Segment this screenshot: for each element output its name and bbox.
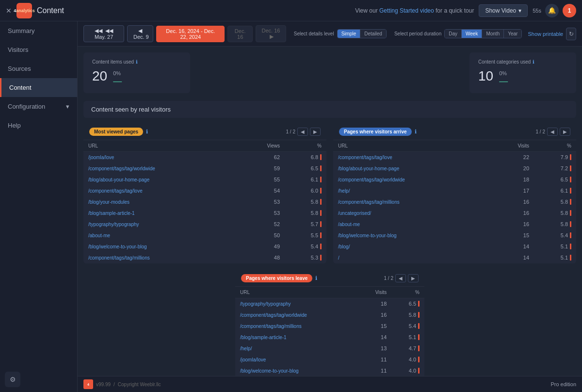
url-cell[interactable]: / (333, 252, 490, 263)
sidebar-item-visitors[interactable]: Visitors (0, 40, 77, 59)
refresh-button[interactable]: ↻ (566, 28, 576, 40)
table-row: /blog/sample-article-1 14 5.1 (235, 332, 424, 343)
close-button[interactable]: ✕ (6, 7, 12, 15)
url-cell[interactable]: /blog/sample-article-1 (235, 332, 357, 343)
visitors-arrive-prev-button[interactable]: ◀ (547, 128, 558, 136)
url-cell[interactable]: /about-me (83, 230, 239, 241)
sidebar-item-summary[interactable]: Summary (0, 21, 77, 40)
level-simple-button[interactable]: Simple (338, 30, 361, 38)
visitors-leave-info-icon[interactable]: ℹ (315, 275, 317, 281)
sidebar-item-content[interactable]: Content (0, 78, 77, 97)
views-cell: 55 (239, 174, 285, 185)
url-cell[interactable]: /component/tags/tag/worldwide (235, 310, 357, 321)
visits-cell: 18 (490, 174, 534, 185)
visitors-leave-next-button[interactable]: ▶ (408, 274, 419, 282)
pct-cell: 5.8 (534, 219, 576, 230)
url-cell[interactable]: /blog/welcome-to-your-blog (235, 365, 357, 376)
logo: 4analytics (16, 3, 32, 18)
nav-back-button[interactable]: ◀◀ ◀◀ May. 27 (83, 25, 124, 42)
period-month-button[interactable]: Month (482, 30, 504, 38)
most-viewed-info-icon[interactable]: ℹ (146, 129, 148, 135)
url-cell[interactable]: /help/ (333, 185, 490, 196)
url-cell[interactable]: /blog/your-modules (83, 196, 239, 208)
pct-cell: 5.4 (534, 230, 576, 241)
url-cell[interactable]: /help/ (235, 343, 357, 354)
visitors-leave-prev-button[interactable]: ◀ (395, 274, 406, 282)
pct-cell: 7.9 (534, 152, 576, 163)
visits-cell: 16 (490, 219, 534, 230)
sidebar-item-sources[interactable]: Sources (0, 59, 77, 78)
getting-started-link[interactable]: Getting Started video (379, 7, 434, 14)
most-viewed-prev-button[interactable]: ◀ (297, 128, 308, 136)
sidebar-item-configuration[interactable]: Configuration ▾ (0, 97, 77, 116)
visits-cell: 18 (357, 298, 391, 310)
visits-cell: 11 (357, 365, 391, 376)
url-cell[interactable]: /uncategorised/ (333, 208, 490, 219)
show-printable-button[interactable]: Show printable (528, 31, 563, 37)
url-cell[interactable]: /typography/typography (235, 298, 357, 310)
visitors-arrive-info-icon[interactable]: ℹ (415, 129, 417, 135)
user-avatar[interactable]: 1 (563, 4, 576, 17)
date-range-button[interactable]: Dec. 16, 2024 - Dec. 22, 2024 (156, 26, 225, 42)
url-cell[interactable]: /component/tags/tag/worldwide (83, 163, 239, 174)
tables-row: Most viewed pages ℹ 1 / 2 ◀ ▶ UR (83, 124, 576, 263)
visitors-arrive-next-button[interactable]: ▶ (560, 128, 570, 136)
url-cell[interactable]: /blog/welcome-to-your-blog (333, 230, 490, 241)
sidebar-item-help[interactable]: Help (0, 116, 77, 135)
period-day-button[interactable]: Day (445, 30, 462, 38)
settings-gear-button[interactable]: ⚙ (5, 372, 20, 387)
url-cell[interactable]: /typography/typography (83, 219, 239, 230)
pct-cell: 4.7 (391, 343, 424, 354)
timer-badge: 55s (533, 8, 541, 14)
visitors-leave-panel: Pages where visitors leave ℹ 1 / 2 ◀ ▶ (235, 270, 424, 376)
visitors-arrive-header: Pages where visitors arrive ℹ 1 / 2 ◀ ▶ (333, 124, 576, 140)
subnav: ◀◀ ◀◀ May. 27 ◀ Dec. 9 Dec. 16, 2024 - D… (78, 21, 582, 47)
table-row: /blog/your-modules 53 5.8 (83, 196, 326, 208)
nav-prev-button[interactable]: ◀ Dec. 9 (127, 25, 153, 42)
url-cell[interactable]: /blog/about-your-home-page (333, 163, 490, 174)
period-year-button[interactable]: Year (504, 30, 521, 38)
sidebar-item-label: Visitors (8, 46, 28, 53)
visits-cell: 11 (357, 354, 391, 365)
level-detailed-button[interactable]: Detailed (360, 30, 386, 38)
pct-cell: 5.8 (285, 196, 326, 208)
url-cell[interactable]: /component/tags/tag/millions (235, 321, 357, 332)
nav-next-date2-button[interactable]: Dec. 16 ▶ (256, 25, 286, 42)
url-cell[interactable]: /component/tags/tag/love (83, 185, 239, 196)
notifications-button[interactable]: 🔔 (545, 4, 559, 17)
url-cell[interactable]: /blog/about-your-home-page (83, 174, 239, 185)
visits-cell: 15 (490, 230, 534, 241)
topbar: ✕ 4analytics Content View our Getting St… (0, 0, 582, 21)
stat-categories-info-icon[interactable]: ℹ (533, 59, 534, 65)
url-cell[interactable]: /component/tags/tag/millions (83, 252, 239, 263)
url-cell[interactable]: /blog/sample-article-1 (83, 208, 239, 219)
bar-indicator (320, 210, 322, 216)
period-week-button[interactable]: Week (462, 30, 482, 38)
stat-categories-label: Content categories used ℹ (478, 59, 567, 65)
table-row: /blog/sample-article-1 53 5.8 (83, 208, 326, 219)
level-group: Simple Detailed (337, 29, 387, 38)
url-cell[interactable]: /about-me (333, 219, 490, 230)
stat-items-info-icon[interactable]: ℹ (136, 59, 138, 65)
show-video-button[interactable]: Show Video (479, 4, 528, 17)
url-cell[interactable]: /component/tags/tag/worldwide (333, 174, 490, 185)
url-cell[interactable]: /joomla/love (235, 354, 357, 365)
url-cell[interactable]: /component/tags/tag/love (333, 152, 490, 163)
nav-next-date-button[interactable]: Dec. 16 (227, 26, 253, 42)
bar-indicator (418, 301, 420, 307)
pct-cell: 5.8 (391, 310, 424, 321)
table-row: /component/tags/tag/worldwide 59 6.5 (83, 163, 326, 174)
url-cell[interactable]: /component/tags/tag/millions (333, 196, 490, 208)
most-viewed-next-button[interactable]: ▶ (310, 128, 321, 136)
views-cell: 53 (239, 196, 285, 208)
url-cell[interactable]: /joomla/love (83, 152, 239, 163)
url-cell[interactable]: /blog/welcome-to-your-blog (83, 241, 239, 252)
bar-indicator (570, 177, 571, 182)
url-cell[interactable]: /blog/ (333, 241, 490, 252)
visitors-leave-header: Pages where visitors leave ℹ 1 / 2 ◀ ▶ (235, 270, 424, 287)
most-viewed-table: URL Views % /joomla/love 62 6.8 /compone… (83, 140, 326, 263)
visitors-leave-pagination: 1 / 2 ◀ ▶ (384, 274, 419, 282)
views-cell: 52 (239, 219, 285, 230)
views-cell: 54 (239, 185, 285, 196)
bar-indicator (570, 232, 571, 238)
